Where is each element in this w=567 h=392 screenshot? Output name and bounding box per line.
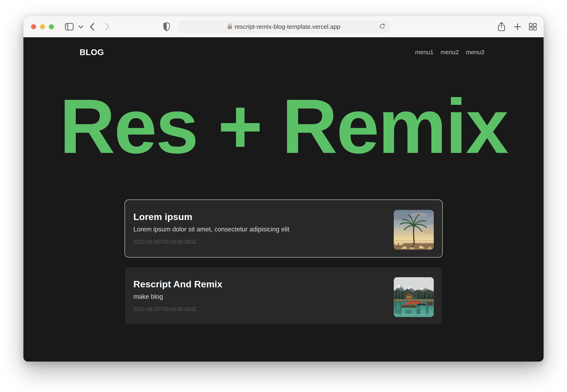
sidebar-toggle-icon[interactable] <box>65 23 73 30</box>
minimize-window-button[interactable] <box>40 24 45 29</box>
back-icon[interactable] <box>89 23 95 31</box>
post-thumbnail-palm-beach <box>394 210 434 250</box>
reload-icon[interactable] <box>379 23 385 30</box>
close-window-button[interactable] <box>31 24 36 29</box>
share-icon[interactable] <box>497 22 505 31</box>
forward-icon <box>105 23 110 31</box>
chevron-down-icon[interactable] <box>78 25 84 28</box>
post-title: Lorem ipsum <box>133 211 384 222</box>
tab-overview-icon[interactable] <box>529 23 537 31</box>
window-controls <box>31 24 54 29</box>
site-logo[interactable]: BLOG <box>80 48 104 57</box>
post-title: Rescript And Remix <box>133 279 384 290</box>
nav-item-menu1[interactable]: menu1 <box>415 49 434 56</box>
nav-item-menu2[interactable]: menu2 <box>440 49 459 56</box>
toolbar-divider <box>75 22 75 31</box>
browser-window: rescript-remix-blog-template.vercel.app <box>23 16 544 362</box>
url-text: rescript-remix-blog-template.vercel.app <box>235 23 340 30</box>
privacy-shield-icon[interactable] <box>163 22 170 31</box>
post-description: make blog <box>133 293 384 300</box>
post-card[interactable]: Lorem ipsum Lorem ipsum dolor sit amet, … <box>125 199 443 258</box>
hero-title: Res + Remix <box>23 88 544 165</box>
new-tab-icon[interactable] <box>514 23 521 30</box>
main-nav: menu1 menu2 menu3 <box>415 49 484 56</box>
post-thumbnail-emerald-lake <box>394 277 434 317</box>
post-date: 2022-06-26T00:00:00.000Z <box>133 239 384 245</box>
post-date: 2022-06-25T00:00:00.000Z <box>133 306 384 312</box>
page-content: BLOG menu1 menu2 menu3 Res + Remix Lorem… <box>23 37 544 362</box>
site-header: BLOG menu1 menu2 menu3 <box>23 37 544 57</box>
post-card[interactable]: Rescript And Remix make blog 2022-06-25T… <box>125 267 443 325</box>
address-bar[interactable]: rescript-remix-blog-template.vercel.app <box>179 21 389 32</box>
zoom-window-button[interactable] <box>49 24 54 29</box>
post-list: Lorem ipsum Lorem ipsum dolor sit amet, … <box>125 199 443 325</box>
lock-icon <box>227 23 232 30</box>
nav-item-menu3[interactable]: menu3 <box>466 49 484 56</box>
browser-toolbar: rescript-remix-blog-template.vercel.app <box>23 16 544 37</box>
post-description: Lorem ipsum dolor sit amet, consectetur … <box>133 226 384 233</box>
